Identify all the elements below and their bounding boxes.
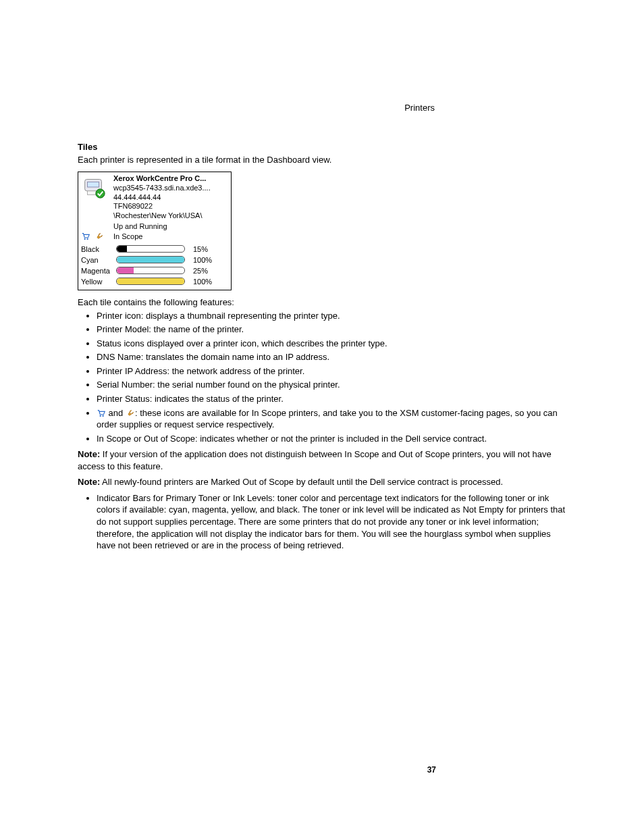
toner-row-magenta: Magenta 25% (81, 265, 228, 276)
tile-text-column: Xerox WorkCentre Pro C... wcp3545-7433.s… (113, 174, 228, 221)
toner-grid: Black 15% Cyan 100% Magenta 25% Yellow 1… (81, 244, 228, 287)
svg-point-6 (100, 415, 101, 417)
printer-icon (81, 174, 107, 200)
note-text: If your version of the application does … (78, 449, 552, 471)
svg-point-3 (96, 189, 105, 198)
printer-serial: TFN689022 (113, 202, 228, 211)
toner-bar (116, 245, 185, 253)
note-text: All newly-found printers are Marked Out … (100, 477, 503, 487)
printer-location: \Rochester\New York\USA\ (113, 211, 228, 221)
toner-bar (116, 278, 185, 285)
feature-item: Printer icon: displays a thumbnail repre… (97, 310, 566, 322)
feature-item: Serial Number: the serial number found o… (97, 379, 566, 391)
note-bold: Note: (78, 449, 100, 459)
toner-fill (117, 267, 134, 273)
toner-label: Magenta (81, 267, 116, 275)
feature-item: Printer Model: the name of the printer. (97, 323, 566, 336)
toner-fill (117, 278, 184, 284)
features-intro: Each tile contains the following feature… (78, 297, 566, 307)
feature-item: DNS Name: translates the domain name int… (97, 351, 566, 363)
printer-tile: Xerox WorkCentre Pro C... wcp3545-7433.s… (78, 172, 232, 290)
tiles-heading: Tiles (78, 142, 566, 152)
printer-scope: In Scope (113, 232, 142, 240)
svg-point-7 (102, 415, 103, 417)
feature-item: In Scope or Out of Scope: indicates whet… (97, 433, 566, 445)
printer-ip: 44.444.444.44 (113, 193, 228, 203)
toner-pct: 15% (193, 245, 208, 253)
header-section-label: Printers (404, 103, 435, 113)
icon-feature-text: : these icons are available for In Scope… (97, 408, 558, 430)
cart-icon[interactable] (97, 409, 106, 418)
toner-pct: 100% (193, 256, 212, 264)
toner-fill (117, 246, 127, 252)
toner-fill (117, 257, 184, 263)
toner-bar (116, 267, 185, 274)
toner-label: Yellow (81, 278, 116, 286)
note-2: Note: All newly-found printers are Marke… (78, 476, 566, 488)
feature-item-icons: and : these icons are available for In S… (97, 407, 566, 431)
printer-status: Up and Running (113, 222, 167, 230)
toner-row-cyan: Cyan 100% (81, 255, 228, 265)
printer-icon-column (81, 174, 113, 200)
toner-label: Cyan (81, 256, 116, 264)
note-1: Note: If your version of the application… (78, 448, 566, 472)
wrench-icon[interactable] (126, 409, 135, 418)
page-number: 37 (427, 765, 436, 775)
feature-item: Printer IP Address: the network address … (97, 365, 566, 377)
printer-model: Xerox WorkCentre Pro C... (113, 174, 228, 184)
document-page: Printers Tiles Each printer is represent… (0, 0, 644, 834)
tiles-intro: Each printer is represented in a tile fo… (78, 155, 566, 165)
svg-point-4 (84, 238, 86, 240)
toner-label: Black (81, 245, 116, 253)
and-text: and (106, 408, 126, 418)
toner-pct: 25% (193, 267, 208, 275)
features-list-2: Indicator Bars for Primary Toner or Ink … (78, 492, 566, 552)
toner-row-yellow: Yellow 100% (81, 276, 228, 287)
printer-dns: wcp3545-7433.sdi.na.xde3.... (113, 184, 228, 193)
note-bold: Note: (78, 477, 100, 487)
toner-bar (116, 256, 185, 263)
feature-item: Indicator Bars for Primary Toner or Ink … (97, 492, 566, 552)
svg-rect-1 (88, 182, 99, 187)
feature-item: Printer Status: indicates the status of … (97, 393, 566, 405)
tile-top: Xerox WorkCentre Pro C... wcp3545-7433.s… (81, 174, 228, 221)
toner-pct: 100% (193, 278, 212, 286)
svg-point-5 (86, 238, 88, 240)
toner-row-black: Black 15% (81, 244, 228, 255)
wrench-icon[interactable] (95, 232, 104, 241)
scope-row: In Scope (81, 232, 228, 241)
status-row: Up and Running (81, 222, 228, 230)
cart-icon[interactable] (81, 232, 90, 241)
features-list: Printer icon: displays a thumbnail repre… (78, 310, 566, 444)
feature-item: Status icons displayed over a printer ic… (97, 338, 566, 350)
